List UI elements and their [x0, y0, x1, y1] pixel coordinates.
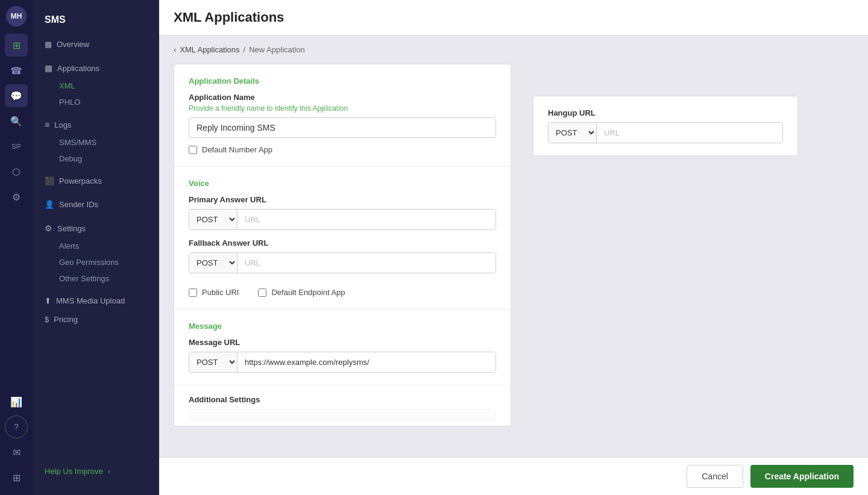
additional-settings-section: Additional Settings	[174, 385, 511, 426]
app-name-field-label: Application Name	[189, 93, 496, 102]
default-endpoint-label: Default Endpoint App	[271, 288, 345, 297]
nav-group-overview: ▦ Overview	[33, 35, 159, 54]
app-name-hint: Provide a friendly name to identify this…	[189, 104, 496, 113]
message-url-field: POST GET	[189, 352, 496, 373]
public-uri-checkbox[interactable]	[189, 288, 197, 297]
nav-group-settings: ⚙ Settings Alerts Geo Permissions Other …	[33, 219, 159, 287]
sidebar-item-overview[interactable]: ▦ Overview	[33, 35, 159, 54]
sidebar-item-other-settings[interactable]: Other Settings	[33, 270, 159, 287]
breadcrumb-current: New Application	[249, 45, 305, 54]
settings-icon: ⚙	[45, 223, 52, 233]
senderids-icon: 👤	[45, 200, 54, 209]
nav-icon-tools[interactable]: ⚙	[5, 185, 28, 208]
fallback-answer-url-field: POST GET	[189, 252, 496, 273]
application-details-section: Application Details Application Name Pro…	[174, 64, 511, 167]
form-card: Application Details Application Name Pro…	[174, 64, 511, 426]
main-content: XML Applications ‹ XML Applications / Ne…	[159, 0, 868, 495]
help-improve-link[interactable]: Help Us Improve ›	[33, 457, 159, 485]
overview-icon: ▦	[45, 40, 52, 49]
message-url-input[interactable]	[237, 352, 495, 372]
sidebar-item-senderids[interactable]: 👤 Sender IDs	[33, 195, 159, 214]
nav-icon-support[interactable]: ✉	[5, 441, 28, 464]
nav-icon-help[interactable]: ?	[5, 416, 28, 438]
sidebar-item-geo-permissions[interactable]: Geo Permissions	[33, 254, 159, 270]
chevron-right-icon: ›	[108, 467, 110, 476]
default-number-label: Default Number App	[202, 145, 272, 154]
applications-icon: ▦	[45, 63, 52, 73]
message-url-label: Message URL	[189, 338, 496, 347]
fallback-answer-url-label: Fallback Answer URL	[189, 238, 496, 248]
nav-icon-dashboard[interactable]: ⊞	[5, 34, 28, 57]
create-application-button[interactable]: Create Application	[750, 465, 854, 488]
icon-sidebar: MH ⊞ ☎ 💬 🔍 SIP ⬡ ⚙ 📊 ? ✉ ⊞	[0, 0, 33, 495]
default-number-row: Default Number App	[189, 145, 496, 154]
left-nav: SMS ▦ Overview ▦ Applications XML PHLO ≡…	[33, 0, 159, 495]
voice-label: Voice	[189, 179, 496, 188]
application-details-label: Application Details	[189, 76, 496, 86]
avatar[interactable]: MH	[6, 6, 27, 26]
fallback-method-select[interactable]: POST GET	[189, 253, 237, 273]
sidebar-group-applications[interactable]: ▦ Applications	[33, 58, 159, 78]
page-title: XML Applications	[174, 10, 854, 25]
hangup-url-panel: Hangup URL POST GET	[533, 96, 798, 156]
primary-url-input[interactable]	[237, 210, 495, 229]
sidebar-item-xml[interactable]: XML	[33, 78, 159, 94]
pricing-icon: $	[45, 315, 49, 324]
hangup-url-field: POST GET	[548, 122, 783, 143]
sidebar-item-debug[interactable]: Debug	[33, 151, 159, 167]
sidebar-group-settings[interactable]: ⚙ Settings	[33, 219, 159, 238]
primary-method-select[interactable]: POST GET	[189, 210, 237, 229]
sidebar-item-mms-media-upload[interactable]: ⬆ MMS Media Upload	[33, 291, 159, 310]
powerpacks-icon: ⬛	[45, 176, 54, 185]
sidebar-title: SMS	[33, 10, 159, 35]
primary-answer-url-field: POST GET	[189, 209, 496, 230]
voice-checkboxes: Public URI Default Endpoint App	[189, 281, 496, 297]
primary-answer-url-label: Primary Answer URL	[189, 195, 496, 204]
breadcrumb: ‹ XML Applications / New Application	[174, 45, 854, 54]
nav-icon-chart[interactable]: 📊	[5, 390, 28, 413]
page-body: ‹ XML Applications / New Application App…	[159, 36, 868, 457]
message-method-select[interactable]: POST GET	[189, 352, 237, 372]
default-endpoint-row: Default Endpoint App	[258, 288, 345, 297]
default-number-checkbox[interactable]	[189, 146, 197, 154]
public-uri-label: Public URI	[202, 288, 239, 297]
sidebar-item-pricing[interactable]: $ Pricing	[33, 310, 159, 329]
fallback-url-input[interactable]	[237, 253, 495, 273]
nav-icon-phone[interactable]: ☎	[5, 59, 28, 82]
sidebar-item-powerpacks[interactable]: ⬛ Powerpacks	[33, 172, 159, 190]
message-section: Message Message URL POST GET	[174, 310, 511, 385]
public-uri-row: Public URI	[189, 288, 239, 297]
nav-icon-sms[interactable]: 💬	[5, 84, 28, 107]
nav-icon-sip[interactable]: SIP	[5, 135, 28, 158]
hangup-method-select[interactable]: POST GET	[549, 123, 597, 143]
logs-icon: ≡	[45, 120, 49, 129]
voice-section: Voice Primary Answer URL POST GET Fallba…	[174, 167, 511, 310]
app-name-input[interactable]	[189, 117, 496, 138]
sidebar-item-phlo[interactable]: PHLO	[33, 94, 159, 110]
mms-upload-icon: ⬆	[45, 296, 51, 305]
hangup-url-label: Hangup URL	[548, 108, 783, 117]
footer-bar: Cancel Create Application	[159, 457, 868, 495]
breadcrumb-xml-applications[interactable]: XML Applications	[180, 45, 239, 54]
message-label: Message	[189, 322, 496, 331]
sidebar-item-smsmms[interactable]: SMS/MMS	[33, 134, 159, 151]
nav-icon-search[interactable]: 🔍	[5, 110, 28, 132]
breadcrumb-separator: /	[244, 45, 246, 54]
cancel-button[interactable]: Cancel	[687, 465, 743, 488]
sidebar-group-logs[interactable]: ≡ Logs	[33, 115, 159, 134]
nav-icon-grid[interactable]: ⊞	[5, 466, 28, 489]
nav-group-applications: ▦ Applications XML PHLO	[33, 58, 159, 110]
nav-group-senderids: 👤 Sender IDs	[33, 195, 159, 214]
sidebar-item-alerts[interactable]: Alerts	[33, 238, 159, 254]
nav-icon-puzzle[interactable]: ⬡	[5, 160, 28, 183]
additional-settings-label: Additional Settings	[189, 395, 496, 404]
nav-group-logs: ≡ Logs SMS/MMS Debug	[33, 115, 159, 167]
default-endpoint-checkbox[interactable]	[258, 288, 266, 297]
page-header: XML Applications	[159, 0, 868, 36]
back-arrow-icon: ‹	[174, 45, 176, 54]
nav-group-powerpacks: ⬛ Powerpacks	[33, 172, 159, 190]
additional-settings-preview	[189, 409, 496, 421]
hangup-url-input[interactable]	[597, 123, 782, 143]
